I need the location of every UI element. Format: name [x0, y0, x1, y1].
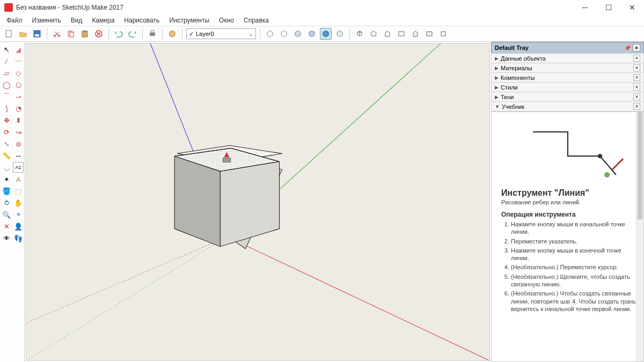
- menu-file[interactable]: Файл: [2, 16, 27, 25]
- panel-styles[interactable]: ▶Стили×: [491, 82, 644, 92]
- layer-name: Layer0: [196, 31, 214, 37]
- instructor-scrollbar[interactable]: [636, 112, 643, 361]
- eraser-tool-icon[interactable]: ◢: [13, 44, 24, 55]
- menu-camera[interactable]: Камера: [87, 16, 119, 25]
- orbit-tool-icon[interactable]: ⥁: [1, 197, 12, 208]
- new-file-icon[interactable]: [3, 28, 15, 40]
- left-view-icon[interactable]: [423, 28, 435, 40]
- paint-tool-icon[interactable]: 🪣: [1, 186, 12, 196]
- top-view-icon[interactable]: [368, 28, 379, 40]
- window-title: Без названия - SketchUp Make 2017: [16, 4, 577, 11]
- tray-header[interactable]: Default Tray 📌 ×: [491, 42, 644, 54]
- position-camera-tool-icon[interactable]: 👤: [13, 221, 24, 232]
- delete-icon[interactable]: [93, 28, 105, 40]
- polygon-tool-icon[interactable]: ⬡: [13, 79, 24, 90]
- menu-tools[interactable]: Инструменты: [165, 16, 214, 25]
- panel-materials[interactable]: ▶Материалы×: [491, 63, 644, 73]
- wireframe-icon[interactable]: [264, 28, 276, 40]
- 3d-viewport[interactable]: [26, 43, 490, 361]
- svg-rect-11: [151, 31, 154, 33]
- panel-shadows[interactable]: ▶Тени×: [491, 92, 644, 102]
- svg-rect-14: [441, 32, 445, 36]
- copy-icon[interactable]: [65, 28, 77, 40]
- layer-dropdown[interactable]: ✓ Layer0 ⌄: [186, 28, 256, 39]
- back-view-icon[interactable]: [409, 28, 421, 40]
- rotated-rect-tool-icon[interactable]: ◇: [13, 68, 24, 78]
- pushpull-tool-icon[interactable]: ⬍: [13, 115, 24, 125]
- svg-rect-10: [150, 33, 155, 36]
- zoom-tool-icon[interactable]: 🔍: [1, 209, 12, 220]
- menu-help[interactable]: Справка: [239, 16, 273, 25]
- pan-tool-icon[interactable]: ✋: [13, 197, 24, 208]
- protractor-tool-icon[interactable]: ◡: [1, 162, 12, 173]
- offset-tool-icon[interactable]: ⊚: [13, 138, 24, 149]
- shaded-textures-icon[interactable]: [306, 28, 318, 40]
- rotate-tool-icon[interactable]: ⟳: [1, 127, 12, 137]
- panel-components[interactable]: ▶Компоненты×: [491, 72, 644, 83]
- tool-palette: ↖ ◢ ∕ 〰 ▱ ◇ ◯ ⬡ ⌒ ⤻ ⟆ ◔ ✥ ⬍ ⟳ ↝ ⤡ ⊚ 📏 ↔ …: [0, 42, 25, 362]
- menu-edit[interactable]: Изменить: [28, 16, 65, 25]
- look-around-tool-icon[interactable]: 👁: [1, 233, 12, 243]
- panel-close-icon[interactable]: ×: [633, 93, 640, 100]
- open-file-icon[interactable]: [17, 28, 29, 40]
- panel-close-icon[interactable]: ×: [633, 84, 640, 91]
- panel-close-icon[interactable]: ×: [633, 55, 640, 62]
- redo-icon[interactable]: [127, 28, 138, 40]
- iso-view-icon[interactable]: [354, 28, 365, 40]
- undo-icon[interactable]: [113, 28, 125, 40]
- move-tool-icon[interactable]: ✥: [1, 115, 12, 125]
- panel-close-icon[interactable]: ×: [633, 74, 640, 81]
- hidden-line-icon[interactable]: [278, 28, 290, 40]
- step-item: Нажмите кнопку мыши в начальной точке ли…: [511, 220, 639, 236]
- circle-tool-icon[interactable]: ◯: [1, 79, 12, 90]
- shaded-icon[interactable]: [292, 28, 304, 40]
- scale-tool-icon[interactable]: ⤡: [1, 138, 12, 149]
- instructor-panel: Инструмент "Линия" Рисование ребер или л…: [491, 112, 644, 362]
- 2pt-arc-tool-icon[interactable]: ⤻: [13, 91, 24, 102]
- dimension-tool-icon[interactable]: ↔: [13, 150, 24, 161]
- paste-icon[interactable]: [79, 28, 91, 40]
- monochrome-icon[interactable]: [320, 28, 332, 40]
- minimize-button[interactable]: ─: [577, 2, 592, 13]
- 3dtext-tool-icon[interactable]: A: [13, 174, 24, 184]
- component-tool-icon[interactable]: ⬚: [13, 186, 24, 196]
- menu-bar: Файл Изменить Вид Камера Нарисовать Инст…: [0, 15, 644, 26]
- menu-view[interactable]: Вид: [67, 16, 87, 25]
- maximize-button[interactable]: ☐: [601, 2, 616, 13]
- arc-tool-icon[interactable]: ⌒: [1, 91, 12, 102]
- zoom-extents-tool-icon[interactable]: ⌖: [13, 209, 24, 220]
- panel-close-icon[interactable]: ×: [633, 103, 640, 110]
- freehand-tool-icon[interactable]: 〰: [13, 56, 24, 67]
- rectangle-tool-icon[interactable]: ▱: [1, 68, 12, 78]
- 3pt-arc-tool-icon[interactable]: ⟆: [1, 103, 12, 114]
- svg-line-35: [612, 159, 623, 169]
- tape-tool-icon[interactable]: 📏: [1, 150, 12, 161]
- xray-icon[interactable]: [334, 28, 346, 40]
- print-icon[interactable]: [147, 28, 158, 40]
- tray-close-icon[interactable]: ×: [633, 44, 640, 51]
- section-tool-icon[interactable]: ✕: [1, 221, 12, 232]
- model-info-icon[interactable]: [166, 28, 178, 40]
- right-view-icon[interactable]: [396, 28, 407, 40]
- close-button[interactable]: ✕: [625, 2, 640, 13]
- menu-window[interactable]: Окно: [215, 16, 238, 25]
- panel-close-icon[interactable]: ×: [633, 64, 640, 71]
- text-tool-icon[interactable]: A1: [13, 162, 24, 173]
- bottom-view-icon[interactable]: [437, 28, 449, 40]
- select-tool-icon[interactable]: ↖: [1, 44, 12, 55]
- pin-icon[interactable]: 📌: [624, 45, 631, 51]
- svg-rect-8: [83, 31, 86, 32]
- front-view-icon[interactable]: [382, 28, 393, 40]
- followme-tool-icon[interactable]: ↝: [13, 127, 24, 137]
- instructor-subtitle: Рисование ребер или линий.: [501, 199, 639, 205]
- cut-icon[interactable]: [51, 28, 63, 40]
- save-icon[interactable]: [31, 28, 43, 40]
- line-tool-icon[interactable]: ∕: [1, 56, 12, 67]
- walk-tool-icon[interactable]: 👣: [13, 233, 24, 243]
- menu-draw[interactable]: Нарисовать: [120, 16, 164, 25]
- instructor-section: Операция инструмента: [501, 211, 639, 218]
- panel-instructor[interactable]: ▼Учебник×: [491, 101, 644, 112]
- axes-tool-icon[interactable]: ✴: [1, 174, 12, 184]
- panel-entity-info[interactable]: ▶Данные объекта×: [491, 53, 644, 63]
- pie-tool-icon[interactable]: ◔: [13, 103, 24, 114]
